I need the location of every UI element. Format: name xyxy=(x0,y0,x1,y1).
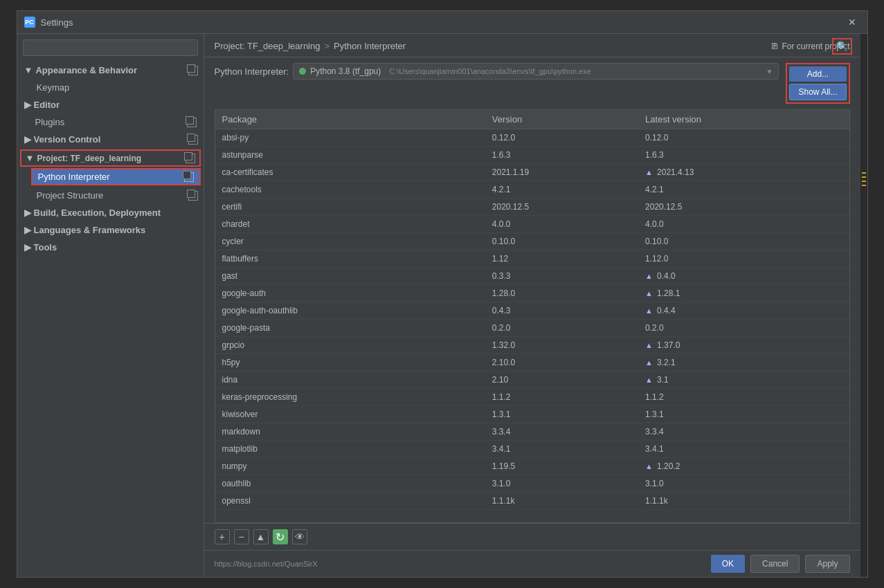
action-panel: Add... Show All... xyxy=(786,63,849,104)
package-name: kiwisolver xyxy=(215,406,485,423)
package-name: numpy xyxy=(215,458,485,475)
table-row[interactable]: google-pasta0.2.00.2.0 xyxy=(215,320,849,337)
apply-button[interactable]: Apply xyxy=(805,555,849,573)
package-name: oauthlib xyxy=(215,475,485,493)
table-row[interactable]: absl-py0.12.00.12.0 xyxy=(215,129,849,147)
dialog-title: Settings xyxy=(41,17,73,28)
package-latest: ▲ 0.4.4 xyxy=(638,302,849,320)
add-package-button[interactable]: + xyxy=(215,529,230,544)
sidebar-item-python-interpreter[interactable]: Python Interpreter xyxy=(31,168,201,185)
table-row[interactable]: openssl1.1.1k1.1.1k xyxy=(215,493,849,510)
table-row[interactable]: matplotlib3.4.13.4.1 xyxy=(215,441,849,458)
package-version: 3.3.4 xyxy=(485,423,638,441)
close-button[interactable]: ✕ xyxy=(844,15,860,29)
table-row[interactable]: keras-preprocessing1.1.21.1.2 xyxy=(215,389,849,406)
copy-icon xyxy=(184,172,194,182)
app-icon: PC xyxy=(24,17,35,28)
table-row[interactable]: ca-certificates2021.1.19▲ 2021.4.13 xyxy=(215,164,849,181)
table-row[interactable]: cachetools4.2.14.2.1 xyxy=(215,181,849,199)
package-name: chardet xyxy=(215,216,485,233)
sidebar-item-tools[interactable]: ▶ Tools xyxy=(17,239,204,256)
sidebar: ▼ Appearance & Behavior Keymap ▶ Editor … xyxy=(17,34,204,577)
package-latest: 1.6.3 xyxy=(638,147,849,164)
table-row[interactable]: oauthlib3.1.03.1.0 xyxy=(215,475,849,493)
upgrade-package-button[interactable]: ▲ xyxy=(253,529,269,544)
sidebar-item-build[interactable]: ▶ Build, Execution, Deployment xyxy=(17,204,204,221)
search-button[interactable]: 🔍 xyxy=(832,38,852,55)
scroll-mark xyxy=(862,172,866,174)
sidebar-item-label: Plugins xyxy=(26,117,65,127)
package-latest: 1.12.0 xyxy=(638,250,849,268)
table-row[interactable]: certifi2020.12.52020.12.5 xyxy=(215,199,849,216)
show-all-button[interactable]: Show All... xyxy=(789,84,846,100)
settings-dialog: PC Settings ✕ ▼ Appearance & Behavior Ke… xyxy=(17,10,868,578)
package-latest: 4.2.1 xyxy=(638,181,849,199)
refresh-button[interactable]: ↻ xyxy=(273,529,288,544)
package-latest: 4.0.0 xyxy=(638,216,849,233)
package-name: ca-certificates xyxy=(215,164,485,181)
titlebar: PC Settings ✕ xyxy=(17,11,867,34)
dialog-body: ▼ Appearance & Behavior Keymap ▶ Editor … xyxy=(17,34,867,577)
sidebar-item-editor[interactable]: ▶ Editor xyxy=(17,96,204,113)
sidebar-item-label: Build, Execution, Deployment xyxy=(34,208,161,218)
sidebar-item-plugins[interactable]: Plugins xyxy=(17,113,204,131)
sidebar-item-label: Python Interpreter xyxy=(38,172,110,182)
sidebar-item-languages[interactable]: ▶ Languages & Frameworks xyxy=(17,221,204,239)
package-version: 1.28.0 xyxy=(485,285,638,302)
expand-arrow-icon: ▶ xyxy=(24,100,31,110)
package-latest: 1.1.2 xyxy=(638,389,849,406)
col-header-package[interactable]: Package xyxy=(215,110,485,129)
sidebar-item-project[interactable]: ▼ Project: TF_deep_learning xyxy=(20,149,201,167)
sidebar-item-label: Tools xyxy=(34,242,57,252)
table-row[interactable]: astunparse1.6.31.6.3 xyxy=(215,147,849,164)
main-content: Project: TF_deep_learning > Python Inter… xyxy=(204,34,860,577)
table-row[interactable]: h5py2.10.0▲ 3.2.1 xyxy=(215,354,849,371)
package-name: google-auth-oauthlib xyxy=(215,302,485,320)
sidebar-item-keymap[interactable]: Keymap xyxy=(17,79,204,96)
interpreter-dropdown[interactable]: Python 3.8 (tf_gpu) C:\Users\quanjiamin0… xyxy=(293,63,779,80)
col-header-latest[interactable]: Latest version xyxy=(638,110,849,129)
table-row[interactable]: grpcio1.32.0▲ 1.37.0 xyxy=(215,337,849,354)
table-row[interactable]: kiwisolver1.3.11.3.1 xyxy=(215,406,849,423)
package-name: google-pasta xyxy=(215,320,485,337)
package-latest: ▲ 1.28.1 xyxy=(638,285,849,302)
table-row[interactable]: cycler0.10.00.10.0 xyxy=(215,233,849,250)
package-name: matplotlib xyxy=(215,441,485,458)
package-name: cachetools xyxy=(215,181,485,199)
remove-package-button[interactable]: − xyxy=(234,529,249,544)
package-version: 1.19.5 xyxy=(485,458,638,475)
table-row[interactable]: markdown3.3.43.3.4 xyxy=(215,423,849,441)
table-row[interactable]: google-auth1.28.0▲ 1.28.1 xyxy=(215,285,849,302)
package-latest: 0.12.0 xyxy=(638,129,849,147)
cancel-button[interactable]: Cancel xyxy=(750,555,800,573)
package-name: gast xyxy=(215,268,485,285)
package-name: keras-preprocessing xyxy=(215,389,485,406)
ok-button[interactable]: OK xyxy=(711,555,745,573)
breadcrumb: Project: TF_deep_learning > Python Inter… xyxy=(215,41,406,51)
expand-arrow-icon: ▼ xyxy=(26,153,35,163)
package-name: astunparse xyxy=(215,147,485,164)
table-row[interactable]: chardet4.0.04.0.0 xyxy=(215,216,849,233)
package-version: 2.10 xyxy=(485,371,638,389)
package-latest: 3.4.1 xyxy=(638,441,849,458)
package-latest: 0.2.0 xyxy=(638,320,849,337)
interpreter-path: C:\Users\quanjiamin001\anaconda3\envs\tf… xyxy=(389,67,591,75)
sidebar-item-label: Languages & Frameworks xyxy=(34,225,146,235)
table-row[interactable]: idna2.10▲ 3.1 xyxy=(215,371,849,389)
table-row[interactable]: numpy1.19.5▲ 1.20.2 xyxy=(215,458,849,475)
sidebar-item-version-control[interactable]: ▶ Version Control xyxy=(17,131,204,148)
search-input[interactable] xyxy=(23,39,198,56)
interpreter-label: Python Interpreter: xyxy=(215,66,289,77)
copy-icon xyxy=(188,135,198,145)
sidebar-item-appearance[interactable]: ▼ Appearance & Behavior xyxy=(17,62,204,79)
table-row[interactable]: gast0.3.3▲ 0.4.0 xyxy=(215,268,849,285)
col-header-version[interactable]: Version xyxy=(485,110,638,129)
table-row[interactable]: google-auth-oauthlib0.4.3▲ 0.4.4 xyxy=(215,302,849,320)
sidebar-item-project-structure[interactable]: Project Structure xyxy=(17,187,204,204)
add-button[interactable]: Add... xyxy=(789,66,846,82)
package-version: 0.12.0 xyxy=(485,129,638,147)
search-icon: 🔍 xyxy=(836,41,848,52)
copy-icon xyxy=(188,66,198,75)
table-row[interactable]: flatbuffers1.121.12.0 xyxy=(215,250,849,268)
show-details-button[interactable]: 👁 xyxy=(292,529,307,544)
